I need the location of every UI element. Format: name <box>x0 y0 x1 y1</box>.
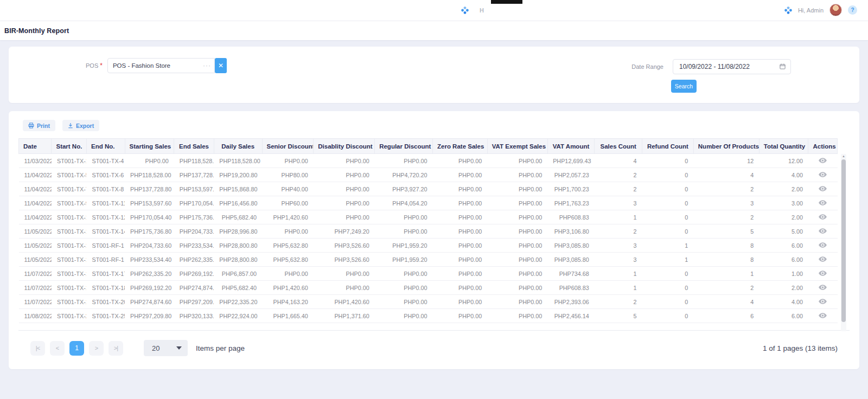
cell-daily-sales: PHP5,682.40 <box>214 281 262 295</box>
column-header-starting-sales: Starting Sales <box>125 139 174 154</box>
cell-regular-discount: PHP0.00 <box>375 309 433 323</box>
cell-total-quantity: 6.00 <box>759 239 808 253</box>
first-page-button[interactable]: |< <box>30 341 45 356</box>
date-range-label: Date Range <box>631 63 663 70</box>
cell-vat-exempt-sales: PHP0.00 <box>487 253 547 267</box>
view-icon[interactable] <box>819 285 827 290</box>
cell-disablity-discount: PHP1,371.60 <box>314 309 375 323</box>
cell-zero-rate-sales: PHP0.00 <box>433 281 488 295</box>
calendar-icon[interactable] <box>780 62 786 72</box>
cell-disablity-discount: PHP0.00 <box>314 281 375 295</box>
cell-actions <box>808 210 838 224</box>
column-header-zero-rate-sales: Zero Rate Sales <box>433 139 488 154</box>
cell-vat-exempt-sales: PHP0.00 <box>487 210 547 224</box>
user-avatar[interactable] <box>829 4 842 16</box>
view-icon[interactable] <box>819 186 827 191</box>
page-size-select[interactable]: 20 <box>144 340 188 356</box>
cell-regular-discount: PHP3,927.20 <box>375 182 433 196</box>
cell-regular-discount: PHP1,959.20 <box>375 239 433 253</box>
table-row: 11/04/2022ST001-TX-9ST001-TX-11PHP153,59… <box>19 196 838 210</box>
cell-zero-rate-sales: PHP0.00 <box>433 182 488 196</box>
cell-end-no: ST001-RF-1 <box>86 239 125 253</box>
cell-vat-exempt-sales: PHP0.00 <box>487 267 547 281</box>
pos-select-value[interactable] <box>113 62 201 69</box>
pos-select[interactable]: ··· <box>107 58 215 73</box>
cell-regular-discount: PHP0.00 <box>375 267 433 281</box>
cell-starting-sales: PHP137,728.80 <box>125 182 174 196</box>
column-header-sales-count: Sales Count <box>595 139 642 154</box>
cell-end-sales: PHP297,209.80 <box>174 295 214 309</box>
cell-end-sales: PHP153,597.60 <box>174 182 214 196</box>
cell-actions <box>808 196 838 210</box>
cell-starting-sales: PHP262,335.20 <box>125 267 174 281</box>
cell-number-of-products: 3 <box>693 196 759 210</box>
search-button[interactable]: Search <box>671 80 697 93</box>
table-row: 11/07/2022ST001-TX-18ST001-TX-18PHP269,1… <box>19 281 838 295</box>
table-row: 11/07/2022ST001-TX-17ST001-TX-17PHP262,3… <box>19 267 838 281</box>
cell-end-sales: PHP118,528.00 <box>174 154 214 168</box>
view-icon[interactable] <box>819 158 827 163</box>
table-row: 11/08/2022ST001-TX-21ST001-TX-25PHP297,2… <box>19 309 838 323</box>
scrollbar-up-icon[interactable]: ▲ <box>841 155 846 158</box>
view-icon[interactable] <box>819 313 827 318</box>
cell-date: 11/03/2022 <box>19 154 52 168</box>
scrollbar-thumb[interactable] <box>841 159 846 322</box>
last-page-button[interactable]: >| <box>108 341 123 356</box>
cell-actions <box>808 267 838 281</box>
cell-vat-amount: PHP3,085.80 <box>547 253 595 267</box>
view-icon[interactable] <box>819 172 827 177</box>
page-1-button[interactable]: 1 <box>69 341 84 356</box>
cell-start-no: ST001-TX-19 <box>52 295 87 309</box>
cell-end-sales: PHP204,733.60 <box>174 224 214 239</box>
pos-options-icon[interactable]: ··· <box>201 62 211 69</box>
view-icon[interactable] <box>819 256 827 262</box>
cell-end-sales: PHP262,335.20 <box>174 253 214 267</box>
next-page-button[interactable]: > <box>89 341 104 356</box>
print-button[interactable]: Print <box>23 120 55 131</box>
report-panel: Print Export DateStart No.End N <box>9 111 859 369</box>
view-icon[interactable] <box>819 271 827 276</box>
cell-end-sales: PHP320,133.80 <box>174 309 214 323</box>
cell-zero-rate-sales: PHP0.00 <box>433 224 488 239</box>
table-row: 11/07/2022ST001-TX-19ST001-TX-20PHP274,8… <box>19 295 838 309</box>
pos-clear-button[interactable]: ✕ <box>215 58 227 73</box>
page-title: BIR-Monthly Report <box>4 27 69 35</box>
cell-vat-amount: PHP3,085.80 <box>547 239 595 253</box>
table-scrollbar[interactable]: ▲ <box>841 154 846 331</box>
table-row: 11/04/2022ST001-TX-5ST001-TX-6PHP118,528… <box>19 168 838 182</box>
cell-number-of-products: 4 <box>693 295 759 309</box>
loader-dots-icon <box>461 7 469 14</box>
view-icon[interactable] <box>819 299 827 304</box>
cell-refund-count: 0 <box>642 154 694 168</box>
view-icon[interactable] <box>819 214 827 220</box>
cell-starting-sales: PHP233,534.40 <box>125 253 174 267</box>
cell-regular-discount: PHP0.00 <box>375 224 433 239</box>
cell-senior-discount: PHP1,665.40 <box>262 309 314 323</box>
cell-senior-discount: PHP4,163.20 <box>262 295 314 309</box>
table-row: 11/04/2022ST001-TX-12ST001-TX-12PHP170,0… <box>19 210 838 224</box>
cell-starting-sales: PHP297,209.80 <box>125 309 174 323</box>
date-range-picker[interactable] <box>673 59 791 74</box>
cell-starting-sales: PHP0.00 <box>125 154 174 168</box>
view-icon[interactable] <box>819 242 827 248</box>
cell-number-of-products: 1 <box>693 267 759 281</box>
cell-refund-count: 0 <box>642 309 694 323</box>
cell-total-quantity: 6.00 <box>759 309 808 323</box>
view-icon[interactable] <box>819 200 827 205</box>
cell-vat-amount: PHP2,057.23 <box>547 168 595 182</box>
view-icon[interactable] <box>819 228 827 234</box>
cell-sales-count: 3 <box>595 196 642 210</box>
export-button[interactable]: Export <box>62 120 99 131</box>
cell-daily-sales: PHP5,682.40 <box>214 210 262 224</box>
cell-number-of-products: 5 <box>693 224 759 239</box>
cell-date: 11/07/2022 <box>19 281 52 295</box>
cell-senior-discount: PHP1,420.60 <box>262 281 314 295</box>
cell-refund-count: 0 <box>642 267 694 281</box>
cell-end-sales: PHP137,728.80 <box>174 168 214 182</box>
cell-senior-discount: PHP0.00 <box>262 224 314 239</box>
cell-refund-count: 0 <box>642 168 694 182</box>
previous-page-button[interactable]: < <box>50 341 65 356</box>
user-greeting: Hi, Admin <box>798 7 824 14</box>
date-range-value[interactable] <box>679 63 780 70</box>
help-icon[interactable]: ? <box>848 5 857 15</box>
